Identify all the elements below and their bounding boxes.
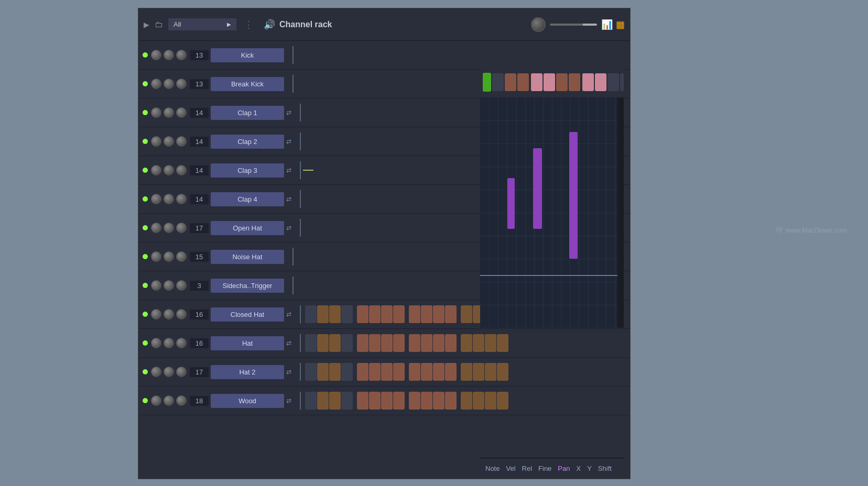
pad-button[interactable] [485,392,496,410]
pad-button[interactable] [381,392,393,410]
pad-button[interactable] [409,392,420,410]
channel-active-indicator[interactable] [143,369,148,374]
channel-knob[interactable] [164,367,174,377]
pad-button[interactable] [409,334,420,352]
channel-knob[interactable] [151,251,161,262]
pad-button[interactable] [421,305,432,323]
pad-button[interactable] [305,392,317,410]
pad-button[interactable] [357,363,368,381]
channel-knob[interactable] [151,194,161,204]
pad-button[interactable] [497,363,508,381]
pad-button[interactable] [393,392,405,410]
channel-active-indicator[interactable] [143,225,148,230]
kick-pad-button[interactable] [517,73,529,91]
kick-pad-button[interactable] [505,73,516,91]
pad-button[interactable] [329,392,341,410]
channel-knob[interactable] [176,79,187,89]
channel-knob[interactable] [176,223,187,233]
channel-knob[interactable] [151,309,161,319]
channel-name-button[interactable]: Clap 3 [211,163,284,178]
pad-button[interactable] [393,305,405,323]
pad-button[interactable] [485,363,496,381]
channel-knob[interactable] [164,251,174,262]
channel-active-indicator[interactable] [143,398,148,403]
channel-name-button[interactable]: Wood [211,394,284,408]
pad-button[interactable] [473,334,484,352]
tab-item-vel[interactable]: Vel [506,465,515,472]
pad-button[interactable] [433,363,444,381]
channel-active-indicator[interactable] [143,196,148,202]
pad-button[interactable] [445,363,457,381]
channel-knob[interactable] [151,165,161,175]
channel-arrow-icon[interactable]: ⇄ [286,368,291,375]
pad-button[interactable] [341,363,353,381]
kick-pad-button[interactable] [544,73,555,91]
pad-button[interactable] [317,334,329,352]
pad-button[interactable] [329,363,341,381]
tab-item-rel[interactable]: Rel [522,465,533,472]
channel-knob[interactable] [176,165,187,175]
channel-knob[interactable] [176,50,187,60]
pad-button[interactable] [393,334,405,352]
pad-button[interactable] [341,334,353,352]
channel-arrow-icon[interactable]: ⇄ [286,138,291,145]
channel-name-button[interactable]: Open Hat [211,221,284,235]
channel-knob[interactable] [151,223,161,233]
kick-pad-button[interactable] [556,73,568,91]
pad-button[interactable] [341,392,353,410]
tab-item-x[interactable]: X [577,465,581,472]
pad-button[interactable] [329,305,341,323]
pad-button[interactable] [369,305,381,323]
play-button[interactable]: ▶ [144,20,149,29]
channel-knob[interactable] [151,338,161,348]
pad-button[interactable] [461,363,472,381]
volume-knob[interactable] [531,17,546,32]
channel-knob[interactable] [176,194,187,204]
channel-name-button[interactable]: Clap 2 [211,135,284,149]
channel-active-indicator[interactable] [143,254,148,259]
pad-button[interactable] [421,334,432,352]
channel-name-button[interactable]: Closed Hat [211,307,284,322]
pad-button[interactable] [409,305,420,323]
channel-active-indicator[interactable] [143,110,148,115]
channel-active-indicator[interactable] [143,312,148,317]
kick-pad-button[interactable] [607,73,619,91]
channel-knob[interactable] [176,280,187,291]
kick-pad-button[interactable] [620,73,624,91]
tab-item-pan[interactable]: Pan [558,465,570,472]
tab-item-y[interactable]: Y [587,465,592,472]
pad-button[interactable] [445,305,457,323]
channel-name-button[interactable]: Clap 4 [211,192,284,206]
pad-button[interactable] [357,305,368,323]
channel-knob[interactable] [164,395,174,406]
channel-knob[interactable] [164,338,174,348]
pad-button[interactable] [445,392,457,410]
kick-pad-button[interactable] [582,73,594,91]
pad-button[interactable] [305,334,317,352]
channel-knob[interactable] [164,136,174,147]
channel-arrow-icon[interactable]: ⇄ [286,311,291,318]
piano-roll-area[interactable] [480,97,624,328]
channel-knob[interactable] [176,367,187,377]
piano-roll-note[interactable] [533,148,541,229]
channel-active-indicator[interactable] [143,168,148,173]
pad-button[interactable] [497,392,508,410]
pad-button[interactable] [421,392,432,410]
channel-knob[interactable] [151,367,161,377]
channel-knob[interactable] [176,338,187,348]
channel-knob[interactable] [176,251,187,262]
channel-arrow-icon[interactable]: ⇄ [286,109,291,116]
pad-button[interactable] [317,305,329,323]
channel-knob[interactable] [164,280,174,291]
channel-name-button[interactable]: Clap 1 [211,106,284,120]
pad-button[interactable] [305,363,317,381]
channel-knob[interactable] [164,309,174,319]
pad-button[interactable] [381,305,393,323]
channel-name-button[interactable]: Sidecha..Trigger [211,279,284,293]
channel-active-indicator[interactable] [143,283,148,288]
channel-arrow-icon[interactable]: ⇄ [286,339,291,347]
kick-pad-button[interactable] [483,73,491,92]
pad-button[interactable] [369,363,381,381]
channel-knob[interactable] [151,395,161,406]
tab-item-shift[interactable]: Shift [598,465,612,472]
